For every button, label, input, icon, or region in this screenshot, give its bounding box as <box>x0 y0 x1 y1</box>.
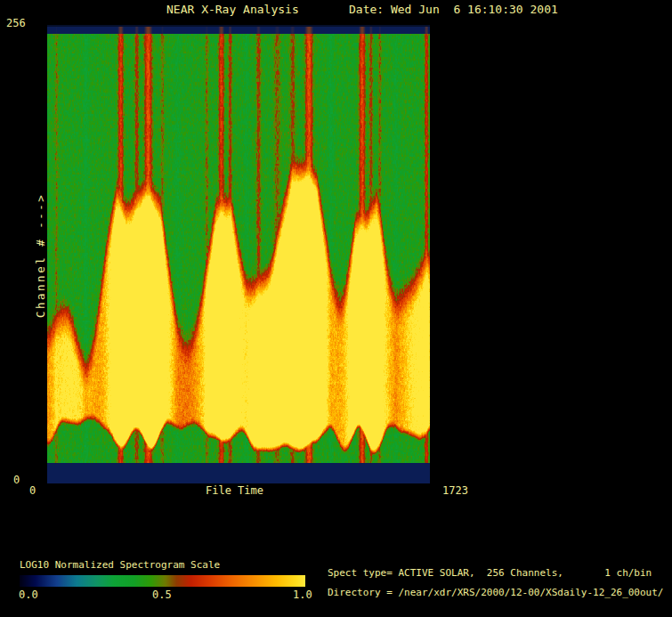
page-title: NEAR X-Ray Analysis <box>166 4 299 16</box>
colorbar-tick-mid: 0.5 <box>152 589 172 601</box>
spectrogram-plot <box>47 25 430 483</box>
spect-type-line: Spect type= ACTIVE SOLAR, 256 Channels, … <box>328 568 652 579</box>
date-label: Date: Wed Jun 6 16:10:30 2001 <box>349 4 558 16</box>
y-axis-tick-max: 256 <box>6 18 26 29</box>
colorbar-gradient <box>20 575 305 587</box>
directory-line: Directory = /near/xdr/XRS/2000/12-00/XSd… <box>328 588 664 598</box>
colorbar-tick-left: 0.0 <box>19 589 38 601</box>
x-axis-tick-max: 1723 <box>442 485 468 497</box>
colorbar-label: LOG10 Normalized Spectrogram Scale <box>20 560 220 571</box>
x-axis-label: File Time <box>206 485 263 497</box>
xray-analysis-window: NEAR X-Ray Analysis Date: Wed Jun 6 16:1… <box>0 0 672 617</box>
y-axis-tick-min: 0 <box>13 475 20 486</box>
colorbar-tick-right: 1.0 <box>293 589 312 601</box>
x-axis-tick-min: 0 <box>29 485 36 497</box>
y-axis-label: Channel # ---> <box>35 193 47 318</box>
